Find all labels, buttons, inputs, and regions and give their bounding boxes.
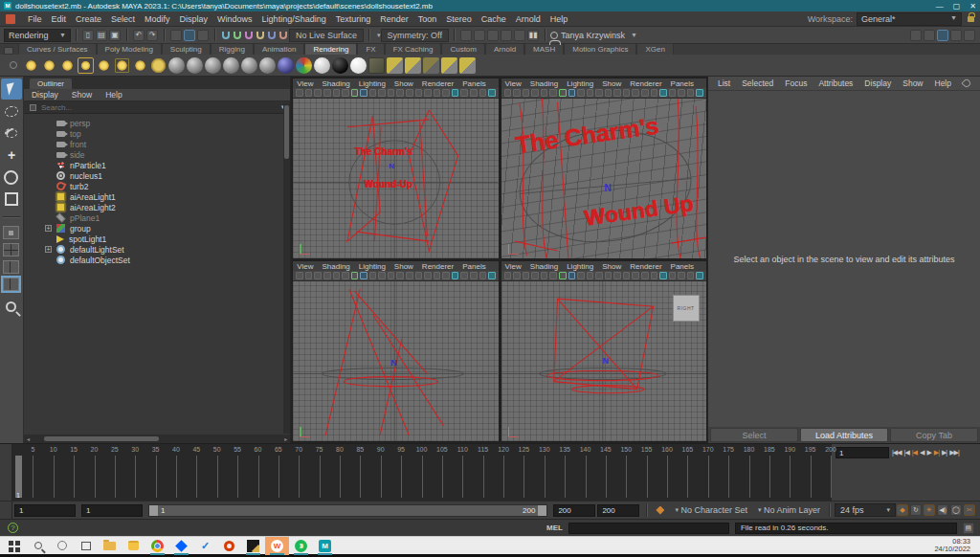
camera-attributes-icon[interactable] bbox=[523, 89, 530, 97]
film-gate-icon[interactable] bbox=[369, 89, 377, 97]
menu-item[interactable]: Windows bbox=[212, 14, 257, 24]
textured-icon[interactable] bbox=[651, 272, 658, 279]
task-view-icon[interactable] bbox=[74, 537, 98, 555]
lock-camera-icon[interactable] bbox=[513, 272, 521, 279]
attribute-editor-menu-item[interactable]: Show bbox=[902, 78, 923, 88]
gate-mask-icon[interactable] bbox=[595, 89, 603, 97]
mute-icon[interactable]: ◀) bbox=[937, 504, 948, 516]
range-start-handle[interactable] bbox=[149, 505, 158, 516]
camera-attributes-icon[interactable] bbox=[314, 272, 322, 279]
grid-icon[interactable] bbox=[568, 89, 576, 97]
image-plane-icon[interactable] bbox=[333, 89, 341, 97]
viewport-menu-item[interactable]: Panels bbox=[671, 262, 694, 271]
grease-pencil-icon[interactable] bbox=[559, 89, 567, 97]
menu-item[interactable]: Lighting/Shading bbox=[257, 14, 331, 24]
safe-action-icon[interactable] bbox=[406, 89, 413, 97]
shaded-icon[interactable] bbox=[434, 272, 441, 279]
gate-mask-icon[interactable] bbox=[388, 272, 395, 279]
outliner-menu-item[interactable]: Help bbox=[105, 90, 122, 100]
shaded-icon[interactable] bbox=[641, 89, 649, 97]
resolution-gate-icon[interactable] bbox=[587, 89, 594, 97]
surface-shader-icon[interactable] bbox=[314, 57, 330, 74]
shelf-tab[interactable]: XGen bbox=[636, 43, 673, 55]
attribute-editor-menu-item[interactable]: Focus bbox=[785, 78, 807, 88]
textured-icon[interactable] bbox=[442, 272, 450, 279]
lock-camera-icon[interactable] bbox=[305, 272, 313, 279]
light-editor-icon[interactable] bbox=[132, 57, 148, 74]
viewport-menu-item[interactable]: Panels bbox=[671, 79, 694, 88]
lock-camera-icon[interactable] bbox=[513, 89, 521, 97]
spot-light-icon[interactable] bbox=[59, 57, 76, 74]
outliner-item[interactable]: + top bbox=[24, 128, 290, 139]
step-back-frame-icon[interactable]: |◀ bbox=[903, 449, 910, 457]
current-frame-field[interactable] bbox=[835, 447, 889, 458]
file-explorer-icon[interactable] bbox=[98, 537, 122, 555]
range-slider-grip[interactable] bbox=[0, 501, 12, 519]
film-gate-icon[interactable] bbox=[369, 272, 377, 279]
xray-icon[interactable] bbox=[696, 89, 703, 97]
select-hierarchy-icon[interactable] bbox=[170, 30, 182, 41]
snap-view-plane-icon[interactable] bbox=[268, 32, 276, 39]
viewport-menu-item[interactable]: Shading bbox=[530, 79, 558, 88]
shelf-toggle-icon[interactable] bbox=[10, 61, 17, 69]
viewport-right[interactable]: ViewShadingLightingShowRendererPanels RI… bbox=[501, 260, 707, 442]
store-icon[interactable] bbox=[122, 537, 145, 555]
wattpad-icon[interactable]: W bbox=[265, 537, 289, 555]
layout-two-pane-icon[interactable] bbox=[3, 260, 19, 274]
material-attrs-icon[interactable] bbox=[423, 57, 439, 74]
menu-item[interactable]: Stereo bbox=[441, 14, 477, 24]
affinity-icon[interactable] bbox=[241, 537, 265, 555]
clip-icon[interactable]: ✂ bbox=[964, 504, 975, 516]
outliner-item[interactable]: + persp bbox=[24, 118, 290, 128]
play-forwards-icon[interactable]: ▶ bbox=[925, 449, 931, 457]
account-menu[interactable]: Tanya Krzywinsk ▼ bbox=[550, 31, 637, 40]
field-chart-icon[interactable] bbox=[605, 89, 612, 97]
script-editor-icon[interactable]: ▤ bbox=[963, 523, 974, 534]
gate-mask-icon[interactable] bbox=[388, 89, 395, 97]
resolution-gate-icon[interactable] bbox=[378, 89, 386, 97]
cache-icon[interactable]: ◯ bbox=[950, 504, 962, 516]
menu-item[interactable]: Render bbox=[375, 14, 413, 24]
point-light-icon[interactable] bbox=[23, 57, 39, 74]
animation-start-field[interactable] bbox=[14, 504, 76, 517]
outliner-item[interactable]: + group bbox=[24, 223, 290, 234]
range-bar[interactable]: 1 200 bbox=[148, 504, 547, 517]
taskbar-clock[interactable]: 08:33 24/10/2022 bbox=[934, 538, 978, 553]
use-all-lights-icon[interactable] bbox=[452, 89, 459, 97]
viewport-menu-item[interactable]: Lighting bbox=[359, 262, 386, 271]
outliner-item[interactable]: + nucleus1 bbox=[24, 170, 290, 181]
shelf-tab[interactable]: Arnold bbox=[485, 43, 524, 55]
render-settings-icon[interactable] bbox=[501, 30, 512, 41]
bookmark-icon[interactable] bbox=[323, 89, 331, 97]
dropbox-icon[interactable] bbox=[169, 537, 193, 555]
range-end-handle[interactable] bbox=[538, 505, 546, 516]
2d-pan-zoom-icon[interactable] bbox=[549, 89, 557, 97]
attribute-editor-button[interactable]: Load Attributes bbox=[800, 428, 888, 442]
viewport-menu-item[interactable]: View bbox=[297, 79, 313, 88]
character-set-selector[interactable]: ▾ No Character Set bbox=[672, 505, 747, 515]
directional-light-icon[interactable] bbox=[39, 55, 60, 76]
lock-icon[interactable] bbox=[968, 16, 974, 22]
viewport-front[interactable]: ViewShadingLightingShowRendererPanels Th… bbox=[292, 78, 499, 259]
modeling-toolkit-icon[interactable] bbox=[910, 30, 922, 41]
snap-grid-icon[interactable] bbox=[222, 32, 230, 39]
use-all-lights-icon[interactable] bbox=[452, 272, 459, 279]
viewport-menu-item[interactable]: Renderer bbox=[630, 262, 661, 271]
resolution-gate-icon[interactable] bbox=[587, 272, 594, 279]
paint-select-tool-icon[interactable] bbox=[1, 123, 22, 144]
menu-item[interactable]: File bbox=[23, 14, 47, 24]
animation-end-field[interactable] bbox=[597, 504, 639, 517]
outliner-vertical-scrollbar[interactable] bbox=[283, 103, 290, 434]
menu-item[interactable]: Cache bbox=[477, 14, 511, 24]
safe-title-icon[interactable] bbox=[415, 89, 423, 97]
phong-material-icon[interactable] bbox=[205, 57, 221, 74]
shelf-tab[interactable]: Custom bbox=[441, 43, 485, 55]
viewport-menu-item[interactable]: Lighting bbox=[359, 79, 386, 88]
viewport-menu-item[interactable]: Renderer bbox=[422, 262, 454, 271]
redo-icon[interactable]: ↷ bbox=[146, 30, 158, 41]
lambert-material-icon[interactable] bbox=[168, 57, 185, 74]
xray-icon[interactable] bbox=[488, 272, 496, 279]
shelf-tab[interactable]: Animation bbox=[254, 43, 305, 55]
grid-icon[interactable] bbox=[360, 89, 368, 97]
channel-box-icon[interactable] bbox=[964, 30, 975, 41]
